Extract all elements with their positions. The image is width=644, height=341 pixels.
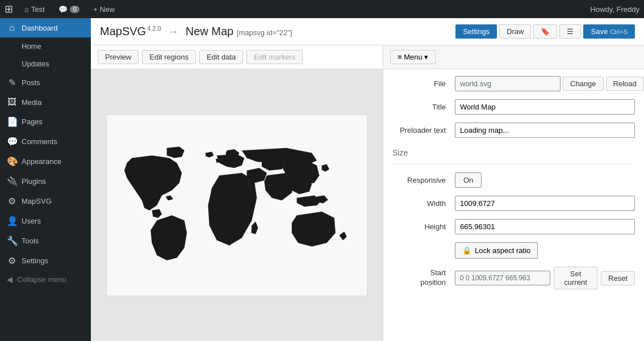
sidebar-item-posts[interactable]: ✎ Posts — [0, 73, 91, 92]
comments-icon: 💬 — [7, 136, 17, 147]
plus-icon: + — [93, 5, 98, 14]
edit-data-button[interactable]: Edit data — [199, 50, 243, 64]
header-buttons: Settings Draw 🔖 ☰ Save Ctrl+S — [455, 24, 635, 39]
map-canvas — [91, 69, 383, 341]
content-area: MapSVG4.2.0 → New Map [mapsvg id="22"] S… — [91, 18, 644, 341]
edit-regions-button[interactable]: Edit regions — [142, 50, 196, 64]
map-editor: Preview Edit regions Edit data Edit mark… — [91, 45, 383, 341]
menu-dropdown-button[interactable]: ≡ Menu ▾ — [390, 50, 436, 64]
preview-button[interactable]: Preview — [98, 50, 139, 64]
sidebar-item-home[interactable]: Home — [0, 37, 91, 55]
howdy-text: Howdy, Freddy — [591, 5, 639, 14]
site-name-link[interactable]: ⌂ Test — [19, 0, 51, 18]
width-input[interactable] — [455, 196, 635, 211]
mapsvg-icon: ⚙ — [7, 196, 17, 207]
editor-layout: Preview Edit regions Edit data Edit mark… — [91, 45, 644, 341]
sidebar-item-settings[interactable]: ⚙ Settings — [0, 251, 91, 271]
start-position-label: Startposition — [392, 268, 455, 288]
start-position-row: Startposition Set current Reset — [392, 267, 635, 289]
top-bar: ⊞ ⌂ Test 💬 0 + New Howdy, Freddy — [0, 0, 644, 18]
panel-menu: ≡ Menu ▾ — [383, 45, 644, 69]
sidebar: ⌂ Dashboard Home Updates ✎ Posts 🖼 Media… — [0, 18, 91, 341]
sidebar-item-users[interactable]: 👤 Users — [0, 211, 91, 231]
new-content-link[interactable]: + New — [87, 0, 120, 18]
home-icon: ⌂ — [24, 5, 29, 14]
media-icon: 🖼 — [7, 97, 17, 107]
appearance-icon: 🎨 — [7, 156, 17, 167]
panel-content: File Change Reload Remove Title — [383, 69, 644, 304]
preloader-label: Preloader text — [392, 126, 455, 134]
preloader-field-row: Preloader text — [392, 123, 635, 138]
start-position-input — [455, 271, 550, 285]
edit-markers-button[interactable]: Edit markers — [246, 50, 303, 64]
title-field-row: Title — [392, 99, 635, 115]
file-field-row: File Change Reload Remove — [392, 76, 635, 91]
comment-icon: 💬 — [58, 5, 68, 14]
dashboard-icon: ⌂ — [7, 23, 17, 33]
tools-icon: 🔧 — [7, 235, 17, 246]
lock-icon: 🔒 — [462, 246, 471, 255]
wp-logo[interactable]: ⊞ — [5, 3, 13, 15]
change-file-button[interactable]: Change — [563, 77, 604, 91]
admin-header: MapSVG4.2.0 → New Map [mapsvg id="22"] S… — [91, 18, 644, 45]
preloader-input[interactable] — [455, 123, 635, 138]
users-icon: 👤 — [7, 216, 17, 226]
set-current-button[interactable]: Set current — [554, 267, 597, 289]
page-title: MapSVG4.2.0 → New Map [mapsvg id="22"] — [100, 25, 292, 38]
file-controls: Change Reload Remove — [455, 76, 644, 91]
sliders-button[interactable]: ☰ — [559, 24, 581, 39]
start-position-controls: Set current Reset — [455, 267, 635, 289]
responsive-toggle[interactable]: On — [455, 172, 482, 188]
height-input[interactable] — [455, 219, 635, 234]
sidebar-item-mapsvg[interactable]: ⚙ MapSVG — [0, 191, 91, 211]
world-map-svg — [112, 123, 362, 288]
title-label: Title — [392, 103, 455, 111]
collapse-menu-button[interactable]: ◀ Collapse menu — [0, 271, 91, 288]
map-toolbar: Preview Edit regions Edit data Edit mark… — [91, 45, 383, 69]
file-input — [455, 76, 561, 91]
lock-aspect-row: 🔒 Lock aspect ratio — [455, 242, 635, 259]
responsive-label: Responsive — [392, 176, 455, 184]
sidebar-item-pages[interactable]: 📄 Pages — [0, 112, 91, 132]
sidebar-item-tools[interactable]: 🔧 Tools — [0, 231, 91, 251]
plugins-icon: 🔌 — [7, 176, 17, 187]
settings-icon: ⚙ — [7, 255, 17, 266]
sidebar-item-plugins[interactable]: 🔌 Plugins — [0, 171, 91, 191]
settings-tab-button[interactable]: Settings — [455, 24, 497, 39]
file-label: File — [392, 79, 455, 88]
collapse-icon: ◀ — [7, 275, 12, 284]
map-svg-container — [106, 115, 367, 296]
title-input[interactable] — [455, 99, 635, 115]
arrow-separator: → — [168, 25, 179, 37]
lock-aspect-button[interactable]: 🔒 Lock aspect ratio — [455, 242, 538, 259]
save-shortcut: Ctrl+S — [610, 28, 628, 35]
width-label: Width — [392, 199, 455, 208]
draw-tab-button[interactable]: Draw — [499, 24, 531, 39]
sidebar-item-updates[interactable]: Updates — [0, 55, 91, 73]
height-label: Height — [392, 222, 455, 231]
sidebar-item-comments[interactable]: 💬 Comments — [0, 132, 91, 151]
pages-icon: 📄 — [7, 116, 17, 127]
save-button[interactable]: Save Ctrl+S — [583, 24, 635, 39]
responsive-field-row: Responsive On — [392, 172, 635, 188]
version-badge: 4.2.0 — [147, 25, 161, 32]
width-field-row: Width — [392, 196, 635, 211]
map-id-text: [mapsvg id="22"] — [237, 28, 292, 37]
posts-icon: ✎ — [7, 77, 17, 88]
reset-button[interactable]: Reset — [601, 271, 635, 285]
settings-panel: ≡ Menu ▾ File Change Reload Remove — [383, 45, 644, 341]
sidebar-item-media[interactable]: 🖼 Media — [0, 92, 91, 112]
reload-file-button[interactable]: Reload — [606, 77, 644, 91]
size-heading: Size — [392, 146, 635, 165]
main-layout: ⌂ Dashboard Home Updates ✎ Posts 🖼 Media… — [0, 18, 644, 341]
sidebar-item-dashboard[interactable]: ⌂ Dashboard — [0, 18, 91, 37]
height-field-row: Height — [392, 219, 635, 234]
sidebar-item-appearance[interactable]: 🎨 Appearance — [0, 151, 91, 171]
comments-link[interactable]: 💬 0 — [53, 0, 86, 18]
bookmark-button[interactable]: 🔖 — [533, 24, 557, 39]
